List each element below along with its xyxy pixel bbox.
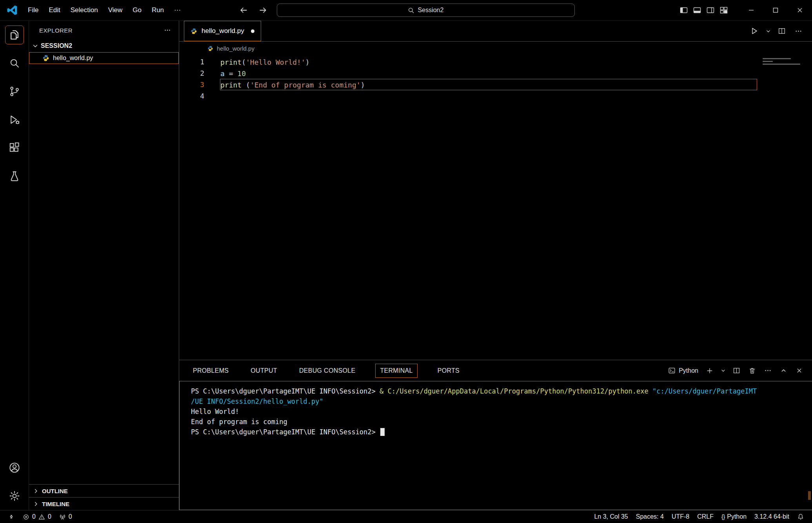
menu-view[interactable]: View — [103, 0, 128, 20]
tab-output[interactable]: OUTPUT — [249, 364, 279, 378]
folder-session2[interactable]: SESSION2 — [29, 40, 179, 52]
minimap[interactable] — [763, 58, 806, 65]
python-interpreter[interactable]: 3.12.4 64-bit — [750, 510, 793, 523]
tab-problems[interactable]: PROBLEMS — [191, 364, 231, 378]
split-editor-icon[interactable] — [775, 24, 788, 38]
kill-terminal-trash-icon[interactable] — [745, 364, 759, 377]
close-panel-icon[interactable] — [792, 364, 806, 377]
tab-ports[interactable]: PORTS — [436, 364, 461, 378]
breadcrumb[interactable]: hello_world.py — [179, 42, 812, 55]
menu-more[interactable]: ··· — [169, 0, 186, 20]
code-token: ) — [361, 81, 365, 89]
toggle-secondary-sidebar-icon[interactable] — [706, 6, 715, 15]
panel-more-actions-icon[interactable] — [761, 364, 774, 377]
terminal-content: PS C:\Users\dguer\PartageIMT\UE INFO\Ses… — [191, 386, 812, 437]
code-token: 10 — [237, 69, 246, 78]
terminal-icon — [668, 367, 676, 374]
code-line-content[interactable]: print ('End of program is coming') — [220, 79, 757, 90]
maximize-button[interactable] — [763, 0, 788, 20]
activity-search[interactable] — [0, 49, 29, 77]
code-token: ) — [305, 58, 310, 66]
toggle-panel-icon[interactable] — [693, 6, 701, 15]
forward-arrow-icon[interactable] — [257, 4, 269, 16]
chevron-down-icon — [32, 43, 38, 49]
python-file-icon — [207, 46, 213, 51]
panel-header: PROBLEMS OUTPUT DEBUG CONSOLE TERMINAL P… — [179, 360, 812, 381]
minimize-button[interactable] — [739, 0, 763, 20]
code-line[interactable]: 2a = 10 — [179, 67, 812, 79]
menu-file[interactable]: File — [23, 0, 44, 20]
maximize-panel-chevron-icon[interactable] — [777, 364, 790, 377]
status-bar-right: Ln 3, Col 35 Spaces: 4 UTF-8 CRLF { } Py… — [590, 510, 808, 523]
tab-debug-console[interactable]: DEBUG CONSOLE — [297, 364, 358, 378]
activity-explorer[interactable] — [0, 21, 29, 49]
section-outline-label: OUTLINE — [42, 488, 68, 494]
tab-bar: hello_world.py — [179, 21, 812, 42]
indentation[interactable]: Spaces: 4 — [632, 510, 668, 523]
terminal-scrollbar[interactable] — [808, 491, 811, 500]
toggle-sidebar-icon[interactable] — [679, 6, 688, 15]
menu-edit[interactable]: Edit — [44, 0, 65, 20]
modified-dot-icon[interactable] — [251, 29, 254, 33]
terminal-view[interactable]: PS C:\Users\dguer\PartageIMT\UE INFO\Ses… — [179, 381, 812, 510]
menu-go[interactable]: Go — [127, 0, 147, 20]
language-mode[interactable]: { } Python — [718, 510, 750, 523]
eol-sequence[interactable]: CRLF — [693, 510, 718, 523]
ports-status[interactable]: 0 — [55, 510, 76, 523]
problems-status[interactable]: 0 0 — [19, 510, 55, 523]
code-line-content[interactable]: print('Hello World!') — [220, 56, 757, 67]
run-python-file-icon[interactable] — [748, 24, 761, 38]
menu-selection[interactable]: Selection — [65, 0, 103, 20]
extensions-icon — [9, 142, 20, 154]
activity-testing[interactable] — [0, 162, 29, 190]
terminal-line: End of program is coming — [191, 417, 812, 427]
activity-account[interactable] — [0, 454, 29, 482]
tab-hello-world[interactable]: hello_world.py — [184, 21, 261, 41]
editor-group: hello_world.py — [179, 21, 812, 510]
code-line[interactable]: 1print('Hello World!') — [179, 56, 812, 67]
line-number: 4 — [179, 90, 220, 102]
remote-indicator[interactable] — [4, 510, 19, 523]
explorer-more-actions-icon[interactable] — [164, 27, 171, 34]
braces-icon: { } — [721, 514, 724, 520]
code-lines: 1print('Hello World!')2a = 103print ('En… — [179, 56, 812, 102]
close-window-button[interactable] — [788, 0, 812, 20]
notifications[interactable] — [793, 510, 808, 523]
shell-picker[interactable]: Python — [668, 367, 698, 374]
chevron-right-icon — [33, 501, 39, 507]
breadcrumb-file[interactable]: hello_world.py — [217, 45, 254, 52]
activity-run-debug[interactable] — [0, 106, 29, 134]
new-terminal-icon[interactable] — [703, 364, 716, 377]
encoding[interactable]: UTF-8 — [668, 510, 693, 523]
terminal-line: /UE INFO/Session2/hello_world.py" — [191, 396, 812, 406]
tab-terminal[interactable]: TERMINAL — [375, 364, 417, 378]
activity-source-control[interactable] — [0, 77, 29, 106]
warning-count: 0 — [48, 513, 51, 520]
code-line[interactable]: 3print ('End of program is coming') — [179, 79, 812, 90]
code-token: 'End of program is coming' — [250, 81, 361, 89]
source-control-icon — [9, 86, 20, 97]
tab-label: hello_world.py — [202, 27, 244, 35]
section-outline[interactable]: OUTLINE — [29, 484, 179, 497]
code-line-content[interactable]: a = 10 — [220, 67, 757, 79]
section-timeline[interactable]: TIMELINE — [29, 497, 179, 510]
back-arrow-icon[interactable] — [238, 4, 249, 16]
run-dropdown-chevron-icon[interactable] — [764, 24, 772, 38]
folder-name: SESSION2 — [41, 42, 72, 49]
activity-settings[interactable] — [0, 482, 29, 510]
customize-layout-icon[interactable] — [719, 6, 728, 15]
activity-extensions[interactable] — [0, 134, 29, 162]
menu-run[interactable]: Run — [147, 0, 169, 20]
activity-bar — [0, 21, 29, 510]
code-editor[interactable]: 1print('Hello World!')2a = 103print ('En… — [179, 55, 812, 360]
editor-more-actions-icon[interactable] — [792, 24, 805, 38]
cursor-position[interactable]: Ln 3, Col 35 — [590, 510, 632, 523]
code-line-content[interactable] — [220, 90, 757, 102]
error-count: 0 — [32, 513, 36, 520]
command-center-search[interactable]: Session2 — [277, 4, 575, 17]
terminal-dropdown-chevron-icon[interactable] — [719, 364, 727, 377]
code-line[interactable]: 4 — [179, 90, 812, 102]
title-bar: File Edit Selection View Go Run ··· Sess… — [0, 0, 812, 21]
split-terminal-icon[interactable] — [730, 364, 743, 377]
file-item-hello-world[interactable]: hello_world.py — [29, 52, 179, 64]
